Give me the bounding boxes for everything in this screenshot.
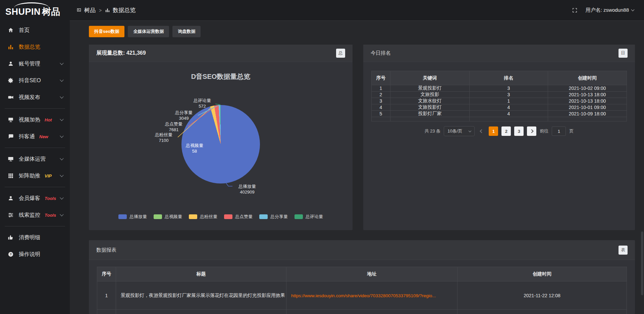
today-ranking-panel: 今日排名 日 序号 关键词 排名 创建时间	[363, 45, 635, 230]
sidebar-item-lead-monitor[interactable]: 线索监控 Tools	[0, 207, 70, 223]
table-header-row: 序号 关键词 排名 创建时间	[372, 71, 627, 85]
cell-time: 2021-10-13 18:00	[548, 92, 627, 98]
pie-label-fans: 总粉丝量 7100	[149, 132, 178, 143]
cell-rank: 4	[470, 104, 548, 111]
logo-en: SHUPIN	[5, 7, 41, 17]
next-page-button[interactable]	[527, 126, 536, 136]
chart-legend: 总播放量 总视频量 总粉丝量 总点赞量 总分享量 总评论量	[89, 214, 353, 220]
sidebar-item-accounts[interactable]: 账号管理	[0, 55, 70, 72]
column-header: 标题	[116, 267, 286, 281]
scrollbar-thumb[interactable]	[641, 231, 643, 295]
table-row[interactable]: 1 景观投影灯，夜游景观投影灯厂家展示展示落花灯在花园里的灯光投影应用效果 # …	[97, 281, 627, 310]
table-row[interactable]: 2 文旅投影 3 2021-10-13 18:00	[372, 92, 627, 98]
page-button-1[interactable]: 1	[489, 126, 498, 136]
table-row[interactable]: 4 文旅投影灯 4 2021-10-01 09:00	[372, 104, 627, 111]
sliders-icon	[7, 212, 14, 218]
sidebar-item-label: 首页	[19, 27, 30, 34]
video-url-link[interactable]: https://www.iesdouyin.com/share/video/70…	[291, 293, 436, 298]
table-row[interactable]: 3 文旅水纹灯 1 2021-10-13 18:00	[372, 98, 627, 104]
ranking-table: 序号 关键词 排名 创建时间 1 景观投影灯 3	[371, 71, 627, 121]
total-toggle-button[interactable]: 总	[336, 49, 345, 58]
user-menu[interactable]: 用户名: zswodun88	[586, 7, 634, 13]
sidebar-divider	[5, 226, 65, 226]
ranking-header: 今日排名 日	[363, 45, 635, 62]
legend-swatch	[118, 214, 127, 219]
pie-label-value: 572	[188, 103, 217, 109]
tab-inquiry-data[interactable]: 询盘数据	[172, 26, 201, 37]
sidebar-item-label: 消费明细	[19, 234, 40, 241]
sidebar-item-home[interactable]: 首页	[0, 22, 70, 39]
table-row-clipped	[372, 117, 627, 121]
cell-keyword: 景观投影灯	[390, 85, 470, 92]
user-icon	[7, 61, 14, 67]
logo[interactable]: SHUPIN树品	[0, 0, 70, 21]
tools-badge: Tools	[45, 196, 56, 201]
day-toggle-button[interactable]: 日	[619, 49, 628, 58]
cell-keyword: 投影灯厂家	[390, 111, 470, 117]
table-toggle-button[interactable]: 表	[619, 246, 628, 255]
chevron-down-icon	[60, 117, 63, 121]
page-size-value: 10条/页	[447, 128, 462, 134]
pie-label-value: 3049	[169, 115, 198, 121]
logo-cn: 树品	[42, 7, 60, 17]
pie-chart-area: D音SEO数据量总览 总评论量 572	[89, 62, 353, 230]
chevron-down-icon	[60, 61, 63, 65]
legend-item-videos[interactable]: 总视频量	[154, 214, 182, 220]
pie-label-shares: 总分享量 3049	[169, 110, 198, 121]
ranking-title: 今日排名	[371, 50, 391, 56]
pie-label-name: 总点赞量	[159, 121, 188, 127]
sidebar-item-matrix-boost[interactable]: 矩阵助推 VIP	[0, 167, 70, 184]
cell-title: 景观投影灯，夜游景观投影灯厂家展示展示落花灯在花园里的灯光投影应用效果 #	[116, 281, 286, 310]
svg-text:?: ?	[10, 252, 12, 256]
prev-page-button[interactable]	[478, 126, 485, 136]
sidebar-item-label: 会员爆客	[19, 195, 40, 202]
fullscreen-icon[interactable]	[572, 7, 578, 13]
tools-badge: Tools	[45, 213, 56, 218]
sidebar-item-video-publish[interactable]: 视频发布	[0, 89, 70, 106]
legend-item-fans[interactable]: 总粉丝量	[189, 214, 217, 220]
chevron-down-icon	[60, 212, 63, 216]
column-header: 序号	[372, 71, 390, 85]
sidebar-item-douyin-seo[interactable]: 抖音SEO	[0, 72, 70, 89]
legend-item-plays[interactable]: 总播放量	[118, 214, 147, 220]
sidebar-item-label: 账号管理	[19, 60, 40, 67]
sidebar-item-member-burst[interactable]: 会员爆客 Tools	[0, 190, 70, 207]
goto-page-input[interactable]	[552, 126, 566, 136]
tab-douyin-seo-data[interactable]: 抖音seo数据	[89, 26, 124, 37]
legend-swatch	[189, 214, 197, 219]
pie-label-name: 总评论量	[188, 98, 217, 103]
legend-item-shares[interactable]: 总分享量	[259, 214, 288, 220]
content-area: 抖音seo数据 全媒体运营数据 询盘数据 展现量总数: 421,369 总 D音…	[70, 21, 644, 314]
sidebar-item-help[interactable]: ? 操作说明	[0, 246, 70, 263]
sidebar-item-label: 全媒体运营	[19, 156, 46, 163]
chevron-down-icon	[60, 134, 63, 138]
table-header-row: 序号 标题 地址 创建时间	[97, 267, 627, 281]
question-icon: ?	[7, 251, 14, 257]
page-button-2[interactable]: 2	[501, 126, 511, 136]
pie-label-videos: 总视频量 58	[180, 143, 209, 154]
breadcrumb: 树品 > 数据总览	[76, 6, 136, 14]
legend-swatch	[259, 214, 268, 219]
sidebar-item-spend-detail[interactable]: 消费明细	[0, 229, 70, 246]
legend-item-likes[interactable]: 总点赞量	[224, 214, 253, 220]
screen-icon	[7, 117, 14, 123]
sidebar-item-video-heat[interactable]: 视频加热 Hot	[0, 111, 70, 128]
main-area: 首页 数据总览 账号管理 抖音SEO 视频发布	[0, 21, 644, 314]
report-title: 数据报表	[96, 247, 116, 253]
page-size-select[interactable]: 10条/页	[444, 126, 475, 136]
header-actions: 用户名: zswodun88	[572, 7, 634, 13]
thumb-up-icon	[7, 234, 14, 241]
pagination: 共 23 条 10条/页 1 2 3 前往 页	[363, 126, 635, 136]
sidebar-item-doukotong[interactable]: 抖客通 New	[0, 128, 70, 145]
cell-rank: 3	[470, 85, 548, 92]
chevron-down-icon	[469, 129, 471, 132]
table-row[interactable]: 1 景观投影灯 3 2021-10-02 09:00	[372, 85, 627, 92]
legend-item-comments[interactable]: 总评论量	[294, 214, 323, 220]
tab-media-ops-data[interactable]: 全媒体运营数据	[128, 26, 169, 37]
sidebar-item-media-ops[interactable]: 全媒体运营	[0, 151, 70, 167]
breadcrumb-root[interactable]: 树品	[84, 6, 96, 14]
page-button-3[interactable]: 3	[514, 126, 524, 136]
table-row[interactable]: 5 投影灯厂家 4 2021-10-09 18:00	[372, 111, 627, 117]
column-header: 创建时间	[548, 71, 627, 85]
sidebar-item-data-overview[interactable]: 数据总览	[0, 39, 70, 55]
